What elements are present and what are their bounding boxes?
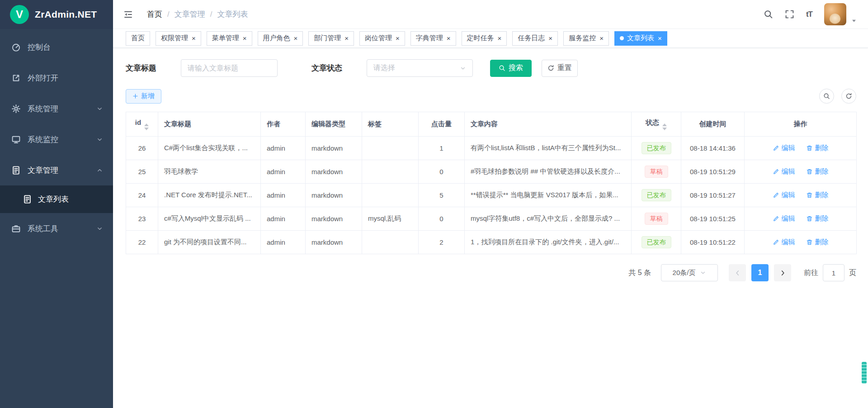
cell-actions: 编辑删除: [745, 184, 857, 207]
tab-close-icon[interactable]: ×: [344, 35, 349, 42]
column-header-id[interactable]: id: [126, 112, 158, 137]
caret-down-icon[interactable]: [851, 18, 857, 24]
tab-task-log[interactable]: 任务日志×: [512, 31, 558, 46]
tab-department[interactable]: 部门管理×: [308, 31, 354, 46]
delete-button[interactable]: 删除: [806, 144, 829, 152]
column-header-label: 文章标题: [164, 120, 191, 128]
column-header-hits: 点击量: [419, 112, 465, 137]
cell-author: admin: [261, 207, 306, 231]
avatar[interactable]: [824, 3, 846, 25]
sidebar-item-dashboard[interactable]: 控制台: [0, 32, 113, 62]
tabs-bar: 首页权限管理×菜单管理×用户角色×部门管理×岗位管理×字典管理×定时任务×任务日…: [113, 29, 868, 48]
search-icon[interactable]: [764, 9, 773, 19]
tab-user-role[interactable]: 用户角色×: [258, 31, 303, 46]
tab-close-icon[interactable]: ×: [599, 35, 604, 42]
tab-label: 任务日志: [518, 34, 545, 43]
edit-button[interactable]: 编辑: [773, 144, 795, 152]
cell-content: #羽毛球拍参数说明 ## 中管软硬选择以及长度介...: [465, 160, 632, 184]
delete-icon: [806, 192, 813, 199]
edit-icon: [773, 192, 779, 199]
goto-suffix: 页: [849, 268, 856, 278]
delete-icon: [806, 145, 813, 152]
main-area: 首页/文章管理/文章列表 tT 首页权限管理×菜单管理×用户角色×部门管理×岗位…: [113, 0, 868, 408]
cell-created-at: 08-19 10:51:22: [681, 231, 745, 254]
edit-button[interactable]: 编辑: [773, 167, 795, 176]
cell-author: admin: [261, 184, 306, 207]
tab-timed-task[interactable]: 定时任务×: [462, 31, 507, 46]
column-header-label: id: [135, 119, 141, 126]
delete-button[interactable]: 删除: [806, 214, 829, 223]
tab-menu[interactable]: 菜单管理×: [207, 31, 252, 46]
cell-status: 已发布: [632, 231, 681, 254]
edit-button[interactable]: 编辑: [773, 214, 795, 223]
title-filter-input[interactable]: [181, 59, 278, 77]
prev-page-button[interactable]: [729, 264, 746, 281]
refresh-table-button[interactable]: [841, 89, 856, 104]
tab-post[interactable]: 岗位管理×: [359, 31, 405, 46]
tab-close-icon[interactable]: ×: [548, 35, 552, 42]
scroll-speed-widget[interactable]: [862, 362, 867, 384]
sort-caret-icon[interactable]: [144, 123, 149, 130]
tab-close-icon[interactable]: ×: [498, 35, 502, 42]
tab-service-monitor[interactable]: 服务监控×: [563, 31, 609, 46]
fullscreen-icon[interactable]: [785, 9, 794, 19]
delete-button[interactable]: 删除: [806, 238, 829, 247]
table-row: 26C#两个list集合实现关联，...adminmarkdown1有两个lis…: [126, 137, 857, 160]
gear-icon: [11, 104, 21, 114]
goto-label: 前往: [804, 268, 818, 278]
column-header-editor-type: 编辑器类型: [306, 112, 362, 137]
tab-label: 菜单管理: [212, 34, 239, 43]
reset-button[interactable]: 重置: [542, 60, 578, 77]
page-number-button[interactable]: 1: [751, 264, 769, 281]
reset-button-label: 重置: [557, 63, 572, 73]
sidebar-item-system-management[interactable]: 系统管理: [0, 93, 113, 124]
column-header-author: 作者: [261, 112, 306, 137]
toolbox-icon: [11, 224, 21, 233]
breadcrumb: 首页/文章管理/文章列表: [147, 9, 248, 19]
column-header-status[interactable]: 状态: [632, 112, 681, 137]
tab-close-icon[interactable]: ×: [447, 35, 451, 42]
search-button[interactable]: 搜索: [490, 60, 532, 77]
tab-dictionary[interactable]: 字典管理×: [410, 31, 456, 46]
goto-page-input[interactable]: [823, 264, 844, 281]
app-logo[interactable]: V ZrAdmin.NET: [0, 0, 113, 29]
next-page-button[interactable]: [774, 264, 791, 281]
sidebar-item-system-tools[interactable]: 系统工具: [0, 213, 113, 244]
tab-close-icon[interactable]: ×: [396, 35, 400, 42]
edit-button[interactable]: 编辑: [773, 238, 795, 247]
font-size-icon[interactable]: tT: [806, 9, 812, 19]
table-header-row: id文章标题作者编辑器类型标签点击量文章内容状态创建时间操作: [126, 112, 857, 137]
tab-close-icon[interactable]: ×: [243, 35, 247, 42]
search-button-label: 搜索: [509, 63, 523, 73]
tab-permission[interactable]: 权限管理×: [156, 31, 201, 46]
edit-button[interactable]: 编辑: [773, 191, 795, 199]
cell-hits: 5: [419, 184, 465, 207]
sidebar-item-system-monitor[interactable]: 系统监控: [0, 124, 113, 155]
tab-close-icon[interactable]: ×: [192, 35, 196, 42]
table-row: 24.NET Core 发布时提示.NET...adminmarkdown5**…: [126, 184, 857, 207]
status-filter-select[interactable]: 请选择: [367, 59, 473, 77]
sidebar-collapse-button[interactable]: [123, 10, 133, 19]
toggle-search-button[interactable]: [819, 89, 834, 104]
edit-button-label: 编辑: [782, 214, 795, 223]
chevron-down-icon: [96, 225, 103, 232]
sidebar-item-article-management[interactable]: 文章管理: [0, 155, 113, 185]
tab-article-list[interactable]: 文章列表×: [614, 31, 667, 46]
delete-button[interactable]: 删除: [806, 191, 829, 199]
cell-content: 有两个list,listA 和listB，listA中有三个属性列为St...: [465, 137, 632, 160]
delete-button[interactable]: 删除: [806, 167, 829, 176]
breadcrumb-item: 文章管理: [175, 9, 205, 19]
cell-editor-type: markdown: [306, 207, 362, 231]
tab-close-icon[interactable]: ×: [294, 35, 298, 42]
breadcrumb-item[interactable]: 首页: [147, 9, 162, 19]
external-link-icon: [11, 73, 21, 83]
tab-close-icon[interactable]: ×: [658, 35, 662, 42]
add-button[interactable]: 新增: [126, 89, 161, 104]
page-size-select[interactable]: 20条/页: [661, 264, 718, 281]
status-badge: 已发布: [642, 236, 671, 248]
cell-status: 草稿: [632, 207, 681, 231]
sidebar-item-external-open[interactable]: 外部打开: [0, 62, 113, 93]
sort-caret-icon[interactable]: [662, 123, 667, 130]
sidebar-subitem-article-list[interactable]: 文章列表: [0, 185, 113, 213]
tab-home[interactable]: 首页: [126, 31, 150, 46]
